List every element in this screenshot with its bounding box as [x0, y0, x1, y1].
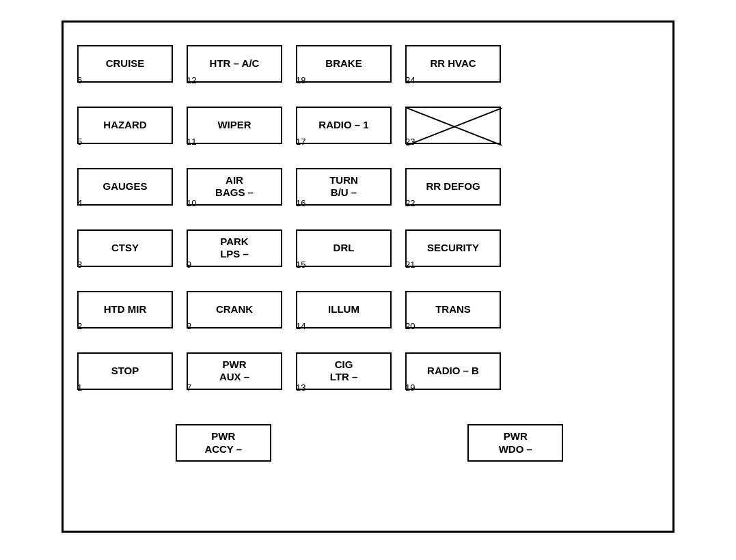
- fuse-ctsy: CTSY 3: [77, 227, 173, 282]
- fuse-radio-1: RADIO – 1 17: [296, 104, 392, 159]
- fuse-box-stop: STOP: [77, 352, 173, 390]
- fuse-box-brake: BRAKE: [296, 45, 392, 83]
- park-lps-line1: PARK: [220, 236, 248, 248]
- fuse-number-1: 1: [77, 382, 82, 393]
- turn-bu-line1: TURN: [329, 174, 358, 186]
- fuse-turn-bu: TURN B/U – 16: [296, 166, 392, 221]
- fuse-box-pwr-aux: PWR AUX –: [187, 352, 282, 390]
- fuse-box-radio-1: RADIO – 1: [296, 107, 392, 144]
- fuse-box-security: SECURITY: [405, 229, 501, 267]
- fuse-box-turn-bu: TURN B/U –: [296, 168, 392, 206]
- fuse-box-cruise: CRUISE: [77, 45, 173, 83]
- fuse-illum: ILLUM 14: [296, 289, 392, 344]
- fuse-gauges: GAUGES 4: [77, 166, 173, 221]
- fuse-drl: DRL 15: [296, 227, 392, 282]
- fuse-box-air-bags: AIR BAGS –: [187, 168, 282, 206]
- fuse-panel-border: CRUISE 6 HTR – A/C 12 BRAKE 18 RR HVAC 2…: [62, 20, 674, 533]
- fuse-number-13: 13: [296, 382, 305, 393]
- fuse-security: SECURITY 21: [405, 227, 501, 282]
- fuse-box-pwr-accy: PWR ACCY –: [176, 424, 271, 462]
- fuse-number-23: 23: [405, 137, 415, 147]
- pwr-accy-line1: PWR: [211, 430, 235, 443]
- fuse-wiper: WIPER 11: [187, 104, 282, 159]
- fuse-brake: BRAKE 18: [296, 43, 392, 98]
- fuse-number-19: 19: [405, 382, 415, 393]
- fuse-rr-hvac: RR HVAC 24: [405, 43, 501, 98]
- fuse-number-22: 22: [405, 198, 415, 208]
- fuse-park-lps: PARK LPS – 9: [187, 227, 282, 282]
- pwr-aux-line1: PWR: [223, 359, 247, 371]
- fuse-number-3: 3: [77, 260, 82, 270]
- fuse-number-6: 6: [77, 75, 82, 85]
- fuse-box-rr-defog: RR DEFOG: [405, 168, 501, 206]
- pwr-accy-line2: ACCY –: [204, 443, 242, 456]
- park-lps-line2: LPS –: [220, 248, 249, 260]
- fuse-box-radio-b: RADIO – B: [405, 352, 501, 390]
- fuse-box-gauges: GAUGES: [77, 168, 173, 206]
- fuse-pwr-aux: PWR AUX – 7: [187, 350, 282, 405]
- fuse-number-10: 10: [187, 198, 196, 208]
- fuse-air-bags: AIR BAGS – 10: [187, 166, 282, 221]
- fuse-number-5: 5: [77, 137, 82, 147]
- fuse-number-12: 12: [187, 75, 196, 85]
- fuse-number-20: 20: [405, 321, 415, 331]
- fuse-number-7: 7: [187, 382, 191, 393]
- fuse-x: 23: [405, 104, 501, 159]
- fuse-number-11: 11: [187, 137, 196, 147]
- air-bags-line1: AIR: [226, 174, 243, 186]
- fuse-cig-ltr: CIG LTR – 13: [296, 350, 392, 405]
- fuse-box-trans: TRANS: [405, 291, 501, 328]
- fuse-number-18: 18: [296, 75, 305, 85]
- fuse-htr-ac: HTR – A/C 12: [187, 43, 282, 98]
- fuse-box-x: [405, 107, 501, 144]
- cig-ltr-line1: CIG: [335, 359, 353, 371]
- pwr-wdo-line1: PWR: [504, 430, 528, 443]
- fuse-box-crank: CRANK: [187, 291, 282, 328]
- fuse-number-8: 8: [187, 321, 191, 331]
- fuse-htd-mir: HTD MIR 2: [77, 289, 173, 344]
- fuse-box-wiper: WIPER: [187, 107, 282, 144]
- fuse-radio-b: RADIO – B 19: [405, 350, 501, 405]
- fuse-pwr-wdo: PWR WDO –: [467, 419, 563, 466]
- fuse-box-hazard: HAZARD: [77, 107, 173, 144]
- fuse-crank: CRANK 8: [187, 289, 282, 344]
- fuse-number-24: 24: [405, 75, 415, 85]
- fuse-box-illum: ILLUM: [296, 291, 392, 328]
- fuse-box-drl: DRL: [296, 229, 392, 267]
- turn-bu-line2: B/U –: [331, 186, 357, 199]
- fuse-rr-defog: RR DEFOG 22: [405, 166, 501, 221]
- fuse-number-15: 15: [296, 260, 305, 270]
- fuse-pwr-accy: PWR ACCY –: [176, 419, 271, 466]
- pwr-wdo-line2: WDO –: [499, 443, 532, 456]
- fuse-number-9: 9: [187, 260, 191, 270]
- fuse-number-16: 16: [296, 198, 305, 208]
- fuse-box-htd-mir: HTD MIR: [77, 291, 173, 328]
- fuse-box-cig-ltr: CIG LTR –: [296, 352, 392, 390]
- pwr-aux-line2: AUX –: [219, 371, 249, 383]
- fuse-number-17: 17: [296, 137, 305, 147]
- fuse-box-pwr-wdo: PWR WDO –: [467, 424, 563, 462]
- fuse-box-ctsy: CTSY: [77, 229, 173, 267]
- fuse-box-rr-hvac: RR HVAC: [405, 45, 501, 83]
- air-bags-line2: BAGS –: [215, 186, 254, 199]
- fuse-trans: TRANS 20: [405, 289, 501, 344]
- fuse-number-21: 21: [405, 260, 415, 270]
- fuse-stop: STOP 1: [77, 350, 173, 405]
- cig-ltr-line2: LTR –: [330, 371, 358, 383]
- fuse-box-htr-ac: HTR – A/C: [187, 45, 282, 83]
- fuse-number-4: 4: [77, 198, 82, 208]
- fuse-cruise: CRUISE 6: [77, 43, 173, 98]
- fuse-hazard: HAZARD 5: [77, 104, 173, 159]
- fuse-box-park-lps: PARK LPS –: [187, 229, 282, 267]
- fuse-number-2: 2: [77, 321, 82, 331]
- fuse-number-14: 14: [296, 321, 305, 331]
